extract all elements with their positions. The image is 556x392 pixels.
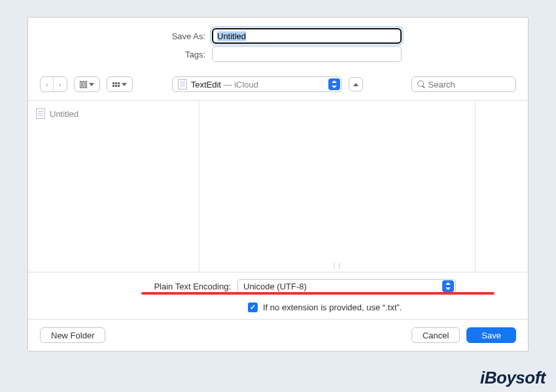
- list-item[interactable]: Untitled: [33, 107, 194, 120]
- location-popup[interactable]: TextEdit — iCloud: [172, 76, 342, 92]
- footer: New Folder Cancel Save: [28, 319, 528, 351]
- columns-icon: [80, 81, 87, 88]
- location-place: iCloud: [234, 80, 258, 90]
- save-as-label: Save As:: [28, 31, 212, 41]
- save-as-input[interactable]: [212, 28, 402, 44]
- toolbar: ‹ › TextEdit — iCloud: [28, 70, 528, 100]
- use-txt-extension-label: If no extension is provided, use “.txt”.: [263, 302, 402, 312]
- save-button[interactable]: Save: [466, 327, 516, 343]
- header: Save As: Tags:: [28, 18, 528, 70]
- back-button[interactable]: ‹: [41, 77, 53, 91]
- location-app: TextEdit: [191, 80, 221, 90]
- search-field[interactable]: [411, 76, 516, 92]
- document-icon: [36, 108, 45, 119]
- encoding-label: Plain Text Encoding:: [28, 282, 237, 291]
- collapse-button[interactable]: [349, 77, 363, 91]
- popup-stepper-icon: [442, 280, 454, 292]
- popup-stepper-icon: [328, 78, 340, 90]
- new-folder-button[interactable]: New Folder: [40, 327, 105, 343]
- view-mode-popup[interactable]: [74, 76, 100, 92]
- encoding-popup[interactable]: Unicode (UTF-8): [237, 279, 456, 293]
- textedit-icon: [178, 79, 187, 90]
- browser-column-2[interactable]: | |: [200, 101, 476, 272]
- encoding-value: Unicode (UTF-8): [243, 282, 441, 291]
- tags-input[interactable]: [212, 46, 402, 62]
- use-txt-extension-checkbox[interactable]: ✓: [248, 302, 258, 312]
- file-name: Untitled: [50, 109, 78, 119]
- file-browser: Untitled | |: [28, 100, 528, 272]
- browser-column-1[interactable]: Untitled: [28, 101, 200, 272]
- options-area: Plain Text Encoding: Unicode (UTF-8) ✓ I…: [28, 272, 528, 319]
- watermark: iBoysoft: [480, 368, 546, 388]
- save-dialog: Save As: Tags: ‹ ›: [27, 17, 529, 351]
- search-input[interactable]: [428, 80, 510, 90]
- nav-back-forward: ‹ ›: [40, 76, 67, 92]
- chevron-up-icon: [353, 83, 358, 86]
- cancel-button[interactable]: Cancel: [411, 327, 460, 343]
- forward-button[interactable]: ›: [53, 77, 66, 91]
- tags-label: Tags:: [28, 50, 212, 59]
- browser-column-3[interactable]: [476, 101, 528, 272]
- search-icon: [417, 80, 425, 88]
- grid-icon: [113, 82, 120, 87]
- column-resize-handle[interactable]: | |: [334, 261, 341, 269]
- annotation-underline: [141, 292, 495, 295]
- group-by-popup[interactable]: [107, 76, 133, 92]
